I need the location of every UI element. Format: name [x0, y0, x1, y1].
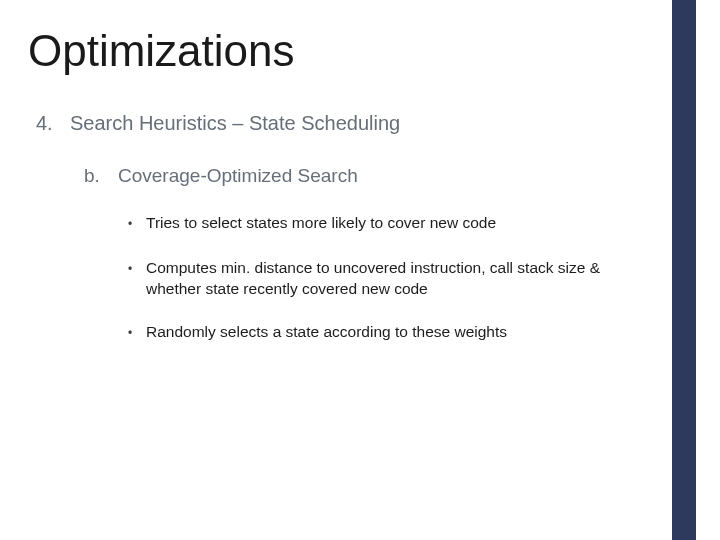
bullet-item: • Tries to select states more likely to …: [128, 213, 648, 236]
heading-4-text: Search Heuristics – State Scheduling: [70, 112, 400, 135]
slide-title: Optimizations: [28, 26, 660, 76]
bullet-dot-icon: •: [128, 213, 136, 236]
bullet-text: Computes min. distance to uncovered inst…: [146, 258, 648, 300]
slide: Optimizations 4. Search Heuristics – Sta…: [0, 0, 720, 540]
bullet-dot-icon: •: [128, 322, 136, 345]
bullet-list: • Tries to select states more likely to …: [128, 213, 648, 344]
bullet-text: Tries to select states more likely to co…: [146, 213, 496, 236]
bullet-item: • Randomly selects a state according to …: [128, 322, 648, 345]
bullet-text: Randomly selects a state according to th…: [146, 322, 507, 345]
bullet-dot-icon: •: [128, 258, 136, 300]
subheading-b: b. Coverage-Optimized Search: [84, 165, 660, 187]
subheading-b-marker: b.: [84, 165, 104, 187]
bullet-item: • Computes min. distance to uncovered in…: [128, 258, 648, 300]
subheading-b-text: Coverage-Optimized Search: [118, 165, 358, 187]
heading-4: 4. Search Heuristics – State Scheduling: [36, 112, 660, 135]
heading-4-marker: 4.: [36, 112, 56, 135]
